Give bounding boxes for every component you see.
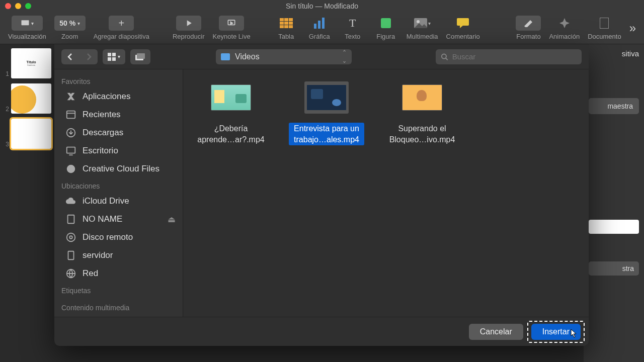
svg-point-24 — [442, 54, 446, 58]
toolbar-view[interactable]: ▾ Visualización — [4, 16, 50, 40]
format-icon — [523, 19, 533, 27]
file-label: Superando el Bloqueo…ivo.mp4 — [384, 123, 460, 145]
svg-rect-34 — [68, 251, 74, 260]
sidebar-item-label: Disco remoto — [83, 232, 133, 242]
minimize-window-button[interactable] — [15, 3, 21, 9]
cursor-icon — [571, 329, 578, 338]
inspector-button[interactable]: stra — [589, 261, 639, 276]
inspector-tab-label: sitiva — [589, 49, 639, 58]
svg-rect-2 — [280, 18, 284, 21]
file-thumbnail — [211, 84, 251, 111]
comment-icon — [457, 18, 469, 28]
sidebar-item-label: Escritorio — [83, 146, 118, 156]
slide-thumbnail[interactable]: 1 TítuloSubtítulo — [2, 48, 52, 78]
inspector-panel: sitiva maestra stra — [584, 44, 644, 362]
dialog-toolbar: ▾ Videos ⌃⌄ — [54, 44, 589, 69]
toolbar-comment[interactable]: Comentario — [442, 16, 484, 40]
sidebar-item-creative-cloud[interactable]: Creative Cloud Files — [54, 160, 183, 178]
toolbar-animation[interactable]: Animación — [545, 16, 584, 40]
nav-buttons — [61, 49, 98, 64]
svg-point-33 — [69, 236, 72, 239]
slide-number: 2 — [2, 106, 11, 114]
folder-stack-icon — [135, 53, 145, 60]
toolbar-text-label: Texto — [345, 33, 360, 40]
toolbar-format[interactable]: Formato — [512, 16, 545, 40]
toolbar-zoom[interactable]: 50 %▾ Zoom — [50, 16, 90, 40]
toolbar-shape-label: Figura — [376, 33, 395, 40]
svg-rect-9 — [284, 25, 288, 28]
file-grid: ¿Debería aprende…ar?.mp4 Entrevista para… — [183, 69, 589, 317]
toolbar-media-label: Multimedia — [407, 33, 438, 40]
recents-icon — [65, 109, 76, 120]
file-item[interactable]: Entrevista para un trabajo…ales.mp4 — [289, 81, 364, 145]
toolbar-animation-label: Animación — [549, 33, 580, 40]
toolbar-table[interactable]: Tabla — [270, 16, 303, 40]
svg-rect-6 — [284, 22, 288, 25]
nav-forward-button[interactable] — [79, 49, 98, 64]
svg-rect-31 — [68, 215, 74, 224]
slide-thumbnail[interactable]: 2 — [2, 83, 52, 114]
grid-icon — [108, 53, 116, 61]
search-box[interactable] — [436, 49, 582, 64]
toolbar-keynote-live[interactable]: Keynote Live — [209, 16, 255, 40]
sidebar-item-applications[interactable]: Aplicaciones — [54, 87, 183, 106]
svg-rect-17 — [600, 18, 609, 29]
sidebar-item-icloud[interactable]: iCloud Drive — [54, 192, 183, 210]
sidebar-item-remote-disc[interactable]: Disco remoto — [54, 228, 183, 246]
file-thumbnail — [402, 84, 442, 111]
cloud-icon — [65, 196, 76, 207]
svg-rect-10 — [289, 25, 293, 28]
file-item[interactable]: Superando el Bloqueo…ivo.mp4 — [384, 81, 460, 145]
inspector-master-button[interactable]: maestra — [589, 98, 639, 114]
sidebar-item-server[interactable]: servidor — [54, 246, 183, 264]
close-window-button[interactable] — [5, 3, 11, 9]
toolbar-play-label: Reproducir — [173, 33, 205, 40]
toolbar-table-label: Tabla — [278, 33, 294, 40]
folder-icon — [221, 53, 230, 60]
sidebar-item-noname[interactable]: NO NAME ⏏ — [54, 210, 183, 228]
app-toolbar: ▾ Visualización 50 %▾ Zoom + Agregar dia… — [0, 12, 644, 44]
toolbar-chart[interactable]: Gráfica — [303, 16, 336, 40]
sidebar-section-favorites: Favoritos — [54, 73, 183, 87]
toolbar-add-slide[interactable]: + Agregar diapositiva — [90, 16, 153, 40]
sidebar: Favoritos Aplicaciones Recientes Descarg… — [54, 69, 183, 317]
toolbar-more-button[interactable]: » — [625, 21, 640, 35]
title-bar: Sin título — Modificado — [0, 0, 644, 12]
server-icon — [65, 250, 76, 261]
group-button[interactable] — [130, 49, 150, 64]
insert-button[interactable]: Insertar — [531, 324, 581, 340]
toolbar-play[interactable]: Reproducir — [169, 16, 209, 40]
toolbar-document[interactable]: Documento — [584, 16, 625, 40]
dialog-footer: Cancelar Insertar — [54, 317, 589, 346]
file-item[interactable]: ¿Debería aprende…ar?.mp4 — [193, 81, 269, 145]
toolbar-media[interactable]: ▾ Multimedia — [403, 16, 442, 40]
toolbar-comment-label: Comentario — [446, 33, 480, 40]
maximize-window-button[interactable] — [25, 3, 31, 9]
toolbar-shape[interactable]: Figura — [369, 16, 403, 40]
cancel-button[interactable]: Cancelar — [469, 324, 523, 340]
file-label: ¿Debería aprende…ar?.mp4 — [193, 123, 269, 145]
eject-icon[interactable]: ⏏ — [168, 214, 176, 225]
sidebar-section-locations: Ubicaciones — [54, 178, 183, 192]
sidebar-item-desktop[interactable]: Escritorio — [54, 142, 183, 160]
sidebar-item-recents[interactable]: Recientes — [54, 106, 183, 124]
toolbar-text[interactable]: T Texto — [336, 16, 369, 40]
slide-thumbnail[interactable]: 3 — [2, 119, 52, 149]
toolbar-view-label: Visualización — [8, 33, 46, 40]
current-folder-name: Videos — [235, 52, 260, 61]
sidebar-item-label: servidor — [83, 250, 113, 260]
svg-rect-11 — [314, 24, 316, 29]
search-icon — [441, 53, 448, 61]
sidebar-item-network[interactable]: Red — [54, 264, 183, 283]
view-mode-button[interactable]: ▾ — [103, 49, 125, 64]
inspector-input[interactable] — [589, 220, 639, 234]
search-input[interactable] — [452, 52, 577, 61]
slide-number: 3 — [2, 141, 11, 149]
path-selector[interactable]: Videos ⌃⌄ — [216, 49, 352, 64]
sidebar-item-downloads[interactable]: Descargas — [54, 124, 183, 142]
svg-rect-0 — [22, 20, 29, 25]
drive-icon — [65, 214, 76, 225]
animation-icon — [559, 18, 570, 28]
sidebar-item-label: Aplicaciones — [83, 92, 130, 102]
nav-back-button[interactable] — [61, 49, 79, 64]
